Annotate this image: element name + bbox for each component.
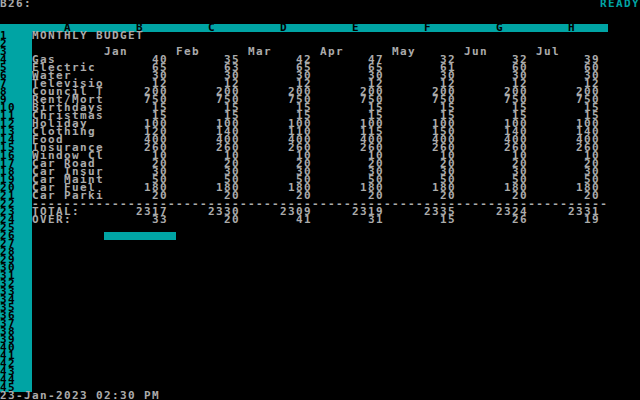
column-letter: C (176, 24, 248, 32)
month-header[interactable]: Jan (104, 48, 128, 56)
worksheet-title[interactable]: MONTHLY BUDGET (32, 32, 144, 40)
column-letter: D (248, 24, 320, 32)
over-cell[interactable]: 41 (248, 216, 312, 224)
column-letter: E (320, 24, 392, 32)
cell-reference: B26: (0, 0, 32, 8)
over-cell[interactable]: 26 (464, 216, 528, 224)
mode-indicator: READY (600, 0, 640, 8)
over-cell[interactable]: 31 (320, 216, 384, 224)
over-cell[interactable]: 20 (176, 216, 240, 224)
month-header[interactable]: Jul (536, 48, 560, 56)
column-letter: G (464, 24, 536, 32)
month-header[interactable]: Jun (464, 48, 488, 56)
column-letter: H (536, 24, 608, 32)
over-cell[interactable]: 19 (536, 216, 600, 224)
over-cell[interactable]: 33 (104, 216, 168, 224)
column-letter: F (392, 24, 464, 32)
over-cell[interactable]: 15 (392, 216, 456, 224)
month-header[interactable]: May (392, 48, 416, 56)
spreadsheet-screen: B26: READY 23-Jan-2023 02:30 PM ABCDEFGH… (0, 0, 640, 400)
row-number: 45 (0, 384, 32, 392)
month-header[interactable]: Feb (176, 48, 200, 56)
over-label[interactable]: OVER: (32, 216, 72, 224)
month-header[interactable]: Apr (320, 48, 344, 56)
status-time: 02:30 PM (96, 392, 160, 400)
cell-cursor[interactable] (104, 232, 176, 240)
month-header[interactable]: Mar (248, 48, 272, 56)
